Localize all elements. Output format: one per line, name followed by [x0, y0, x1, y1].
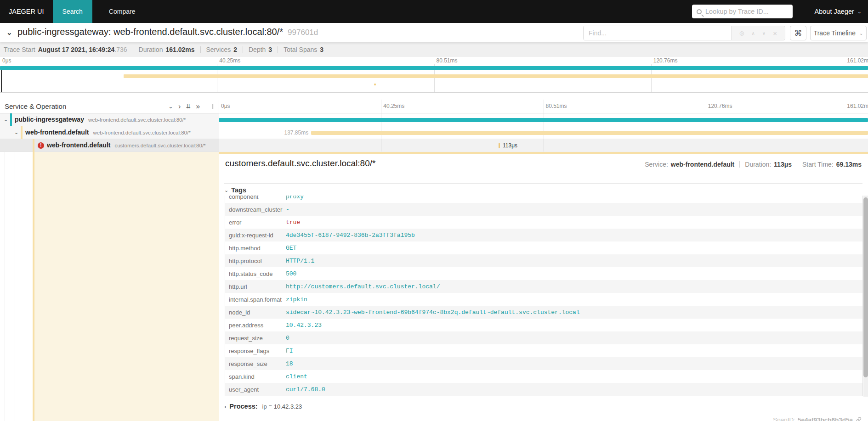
- jaeger-logo[interactable]: JAEGER UI: [0, 0, 53, 23]
- meta-value: 161.02ms: [165, 46, 194, 53]
- tick-label: 40.25ms: [383, 103, 404, 109]
- tag-row[interactable]: node_idsidecar~10.42.3.23~web-frontend-6…: [225, 306, 862, 319]
- meta-separator: [243, 46, 243, 53]
- span-row-timeline-cell[interactable]: [219, 113, 868, 126]
- tag-value: curl/7.68.0: [286, 386, 325, 393]
- span-duration-label: 137.85ms: [284, 129, 309, 136]
- meta-value: 3: [320, 46, 323, 53]
- meta-value: August 17 2021, 16:49:24: [38, 46, 115, 53]
- about-jaeger-menu[interactable]: About Jaeger ⌄: [815, 0, 862, 23]
- span-row: !web-frontend.defaultcustomers.default.s…: [0, 139, 868, 152]
- minimap-span-bar: [374, 84, 376, 85]
- minimap-canvas[interactable]: [0, 64, 868, 93]
- tags-table: componentproxydownstream_cluster-errortr…: [225, 196, 863, 396]
- tag-row[interactable]: errortrue: [225, 216, 862, 229]
- tags-scroll-viewport[interactable]: componentproxydownstream_cluster-errortr…: [225, 196, 863, 397]
- tags-scrollbar-thumb[interactable]: [863, 197, 868, 377]
- process-section-toggle[interactable]: › Process: ip = 10.42.3.23: [224, 403, 302, 410]
- trace-collapse-chevron-icon[interactable]: ⌄: [6, 28, 12, 37]
- keyboard-shortcuts-button[interactable]: ⌘: [790, 26, 806, 40]
- service-operation-header: Service & Operation: [5, 100, 66, 113]
- span-rows: ⌄public-ingressgatewayweb-frontend.defau…: [0, 113, 868, 152]
- tag-value: 18: [286, 360, 293, 367]
- span-duration-bar[interactable]: [499, 143, 500, 148]
- tag-value: HTTP/1.1: [286, 258, 314, 264]
- span-row-name-cell[interactable]: !web-frontend.defaultcustomers.default.s…: [0, 139, 219, 152]
- span-duration-bar[interactable]: [311, 131, 868, 135]
- column-resize-handle[interactable]: [212, 104, 216, 109]
- command-icon: ⌘: [794, 28, 802, 38]
- tag-value: 10.42.3.23: [286, 322, 322, 329]
- meta-value: 3: [268, 46, 272, 53]
- detail-meta-label: Service:: [645, 161, 668, 168]
- detail-meta-separator: [797, 161, 797, 168]
- span-detail-title: customers.default.svc.cluster.local:80/*: [225, 158, 375, 168]
- detail-meta-separator: [739, 161, 740, 168]
- tag-row[interactable]: componentproxy: [225, 196, 862, 203]
- detail-meta-label: Start Time:: [802, 161, 834, 168]
- nav-tab-compare[interactable]: Compare: [99, 0, 145, 23]
- tag-row[interactable]: user_agentcurl/7.68.0: [225, 383, 862, 396]
- span-row-timeline-cell[interactable]: 137.85ms: [219, 126, 868, 139]
- divider: [224, 183, 862, 184]
- span-duration-bar[interactable]: [219, 118, 868, 122]
- prev-match-icon[interactable]: ∧: [752, 31, 755, 36]
- tag-key: response_flags: [225, 348, 286, 354]
- tag-row[interactable]: request_size0: [225, 331, 862, 344]
- span-collapse-caret-icon[interactable]: ⌄: [14, 129, 18, 135]
- span-row-name-cell[interactable]: ⌄public-ingressgatewayweb-frontend.defau…: [0, 113, 219, 126]
- clear-find-icon[interactable]: ×: [773, 29, 777, 37]
- meta-label: Depth: [249, 46, 266, 53]
- collapse-one-icon[interactable]: ⌄: [168, 103, 173, 110]
- tag-row[interactable]: internal.span.formatzipkin: [225, 293, 862, 306]
- find-input[interactable]: [584, 26, 731, 40]
- tag-row[interactable]: response_size18: [225, 357, 862, 370]
- next-match-icon[interactable]: ∨: [762, 31, 766, 36]
- tags-scrollbar: [863, 196, 868, 397]
- expand-one-icon[interactable]: ›: [178, 102, 181, 111]
- trace-id-short: 997601d: [288, 28, 318, 37]
- tick-label: 80.51ms: [437, 57, 458, 64]
- span-row-name-cell[interactable]: ⌄web-frontend.defaultweb-frontend.defaul…: [0, 126, 219, 139]
- span-service-name: web-frontend.defaultweb-frontend.default…: [25, 129, 191, 136]
- detail-meta-value: web-frontend.default: [671, 161, 734, 168]
- link-icon[interactable]: [856, 417, 862, 421]
- meta-label: Trace Start: [4, 46, 35, 53]
- tag-row[interactable]: response_flagsFI: [225, 344, 862, 357]
- meta-label: Total Spans: [284, 46, 317, 53]
- span-row: ⌄web-frontend.defaultweb-frontend.defaul…: [0, 126, 868, 139]
- span-collapse-caret-icon[interactable]: ⌄: [4, 117, 8, 123]
- span-color-top-accent: [219, 152, 868, 154]
- tag-value: -: [286, 206, 289, 213]
- span-color-bar: [10, 113, 12, 126]
- tag-row[interactable]: peer.address10.42.3.23: [225, 319, 862, 331]
- minimap-scrubber-handle[interactable]: [1, 70, 2, 92]
- detail-indent-fill: [34, 152, 219, 421]
- span-id-value: 5e4af93bcb6b3d5a: [798, 416, 853, 421]
- tag-row[interactable]: span.kindclient: [225, 370, 862, 383]
- collapse-all-icon[interactable]: ⇊: [186, 103, 191, 110]
- trace-view-selector[interactable]: Trace Timeline ⌄: [810, 26, 867, 40]
- trace-lookup-box[interactable]: [692, 5, 793, 18]
- error-icon: !: [38, 142, 44, 149]
- trace-lookup-input[interactable]: [705, 8, 791, 15]
- minimap-tick-labels: 0μs40.25ms80.51ms120.76ms161.02ms: [0, 57, 868, 64]
- span-duration-label: 113μs: [503, 142, 517, 149]
- tag-row[interactable]: guid:x-request-id4de3455f-6187-9492-836b…: [225, 229, 862, 241]
- focus-match-icon[interactable]: ◎: [739, 30, 744, 36]
- tag-row[interactable]: downstream_cluster-: [225, 203, 862, 216]
- tag-row[interactable]: http.methodGET: [225, 241, 862, 254]
- trace-meta-bar: Trace StartAugust 17 2021, 16:49:24.736D…: [0, 42, 868, 57]
- meta-separator: [133, 46, 133, 53]
- tag-row[interactable]: http.protocolHTTP/1.1: [225, 254, 862, 267]
- tick-label: 0μs: [221, 103, 230, 109]
- tag-key: downstream_cluster: [225, 206, 286, 213]
- expand-all-icon[interactable]: »: [196, 102, 200, 111]
- tags-section-toggle[interactable]: ⌄ Tags: [224, 186, 246, 194]
- span-detail-meta: Service:web-frontend.defaultDuration:113…: [645, 161, 862, 168]
- tag-row[interactable]: http.status_code500: [225, 267, 862, 280]
- nav-tab-search[interactable]: Search: [53, 0, 92, 23]
- indent-guide: [15, 152, 15, 421]
- span-row-timeline-cell[interactable]: 113μs: [219, 139, 868, 152]
- tag-row[interactable]: http.urlhttp://customers.default.svc.clu…: [225, 280, 862, 293]
